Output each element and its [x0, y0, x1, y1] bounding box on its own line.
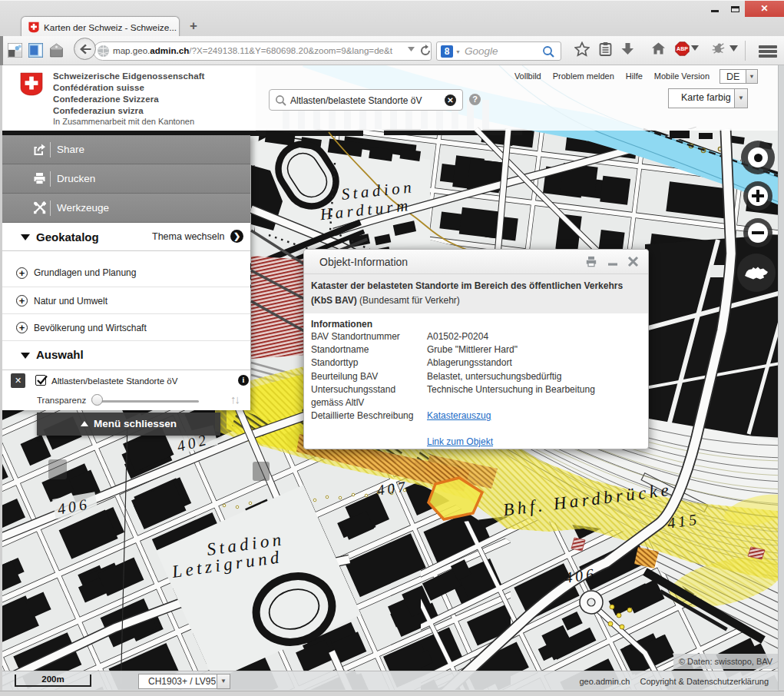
svg-text:ABP: ABP — [676, 46, 688, 51]
